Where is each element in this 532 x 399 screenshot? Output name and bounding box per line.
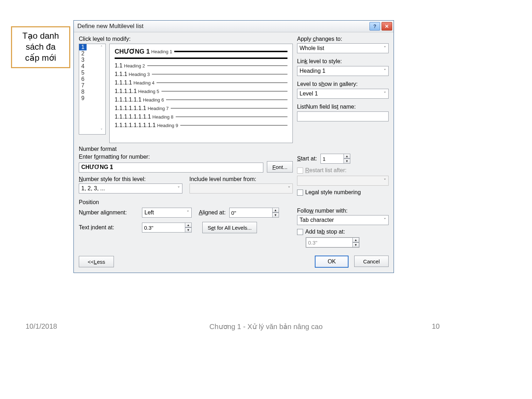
level-show-label: Level to show in gallery: xyxy=(297,81,389,87)
aligned-at-label: Aligned at: xyxy=(199,209,226,216)
click-level-label: Click level to modify: xyxy=(79,36,293,42)
chevron-down-icon: ˅ xyxy=(177,186,180,191)
link-level-combo[interactable]: Heading 1˅ xyxy=(297,66,389,76)
combo-value: 1, 2, 3, ... xyxy=(81,185,105,192)
spinner-up-icon[interactable]: ▲ xyxy=(273,208,279,213)
text-indent-input[interactable]: 0.3" xyxy=(142,223,185,233)
callout-box: Tạo danh sách đa cấp mới xyxy=(11,26,70,68)
number-alignment-combo[interactable]: Left˅ xyxy=(142,208,192,218)
follow-number-combo[interactable]: Tab character˅ xyxy=(297,215,389,225)
legal-style-checkbox[interactable]: Legal style numbering xyxy=(297,189,389,196)
help-button[interactable]: ? xyxy=(369,22,380,31)
preview-num: CHƯƠNG 1 xyxy=(115,48,150,55)
less-button[interactable]: << Less xyxy=(79,256,114,267)
listnum-input[interactable] xyxy=(297,111,389,121)
dialog-titlebar: Define new Multilevel list ? ✕ xyxy=(74,21,394,32)
level-item[interactable]: 9 xyxy=(79,95,105,102)
combo-value: Whole list xyxy=(300,45,324,51)
spinner-up-icon[interactable]: ▲ xyxy=(344,154,350,159)
footer-title: Chương 1 - Xử lý văn bản nâng cao xyxy=(0,322,532,331)
preview-heading: Heading 9 xyxy=(157,123,178,128)
set-for-all-levels-button[interactable]: Set for All Levels... xyxy=(202,222,257,233)
add-tab-stop-label: Add tab stop at: xyxy=(305,229,345,235)
level-item[interactable]: 5 xyxy=(79,70,105,76)
scroll-down-icon[interactable]: ˅ xyxy=(98,128,105,133)
level-item[interactable]: 6 xyxy=(79,76,105,82)
callout-line: sách đa xyxy=(14,41,67,52)
dialog-title: Define new Multilevel list xyxy=(77,23,143,30)
format-prefix: CHƯƠNG xyxy=(81,164,110,170)
checkbox-icon xyxy=(297,229,303,235)
chevron-down-icon: ˅ xyxy=(384,91,386,97)
restart-list-checkbox: Restart list after: xyxy=(297,167,389,174)
combo-value: Tab character xyxy=(300,217,334,223)
format-placeholder: 1 xyxy=(110,164,113,170)
preview-heading: Heading 2 xyxy=(124,63,145,69)
level-item[interactable]: 7 xyxy=(79,82,105,89)
apply-changes-combo[interactable]: Whole list˅ xyxy=(297,43,389,53)
chevron-down-icon: ˅ xyxy=(187,210,189,215)
level-item[interactable]: 1 xyxy=(79,44,87,50)
preview-num: 1.1.1.1.1.1 xyxy=(115,97,142,103)
preview-num: 1.1 xyxy=(115,62,122,69)
preview-heading: Heading 1 xyxy=(151,49,172,54)
level-item[interactable]: 2 xyxy=(79,50,105,57)
spinner-down-icon[interactable]: ▼ xyxy=(185,228,192,233)
close-button[interactable]: ✕ xyxy=(382,22,392,31)
number-format-input[interactable]: CHƯƠNG 1 xyxy=(79,163,263,173)
spinner-up-icon: ▲ xyxy=(353,237,359,242)
preview-num: 1.1.1.1.1 xyxy=(115,88,137,94)
spinner-down-icon[interactable]: ▼ xyxy=(344,159,350,164)
callout-line: Tạo danh xyxy=(14,30,67,41)
preview-num: 1.1.1 xyxy=(115,71,127,77)
spinner-value: 0.3" xyxy=(308,240,317,246)
spinner-down-icon[interactable]: ▼ xyxy=(273,213,279,218)
checkbox-icon xyxy=(297,168,303,174)
preview-heading: Heading 6 xyxy=(143,97,164,103)
follow-number-label: Follow number with: xyxy=(297,208,389,214)
add-tab-stop-input: 0.3" xyxy=(306,237,353,247)
add-tab-stop-checkbox[interactable]: Add tab stop at: xyxy=(297,229,389,235)
level-show-combo[interactable]: Level 1˅ xyxy=(297,89,389,99)
checkbox-icon xyxy=(297,190,303,196)
combo-value: Left xyxy=(144,209,154,216)
level-item[interactable]: 3 xyxy=(79,57,105,63)
preview-num: 1.1.1.1.1.1.1.1 xyxy=(115,114,151,120)
combo-value: Level 1 xyxy=(300,91,318,97)
combo-value: Heading 1 xyxy=(300,68,325,74)
chevron-down-icon: ˅ xyxy=(384,217,386,223)
chevron-down-icon: ˅ xyxy=(288,186,290,191)
preview-num: 1.1.1.1 xyxy=(115,80,132,86)
callout-line: cấp mới xyxy=(14,52,67,63)
level-preview: CHƯƠNG 1 Heading 1 1.1 Heading 2 1.1.1 H… xyxy=(109,44,293,143)
number-format-section-label: Number format xyxy=(79,146,389,152)
text-indent-label: Text indent at: xyxy=(79,224,138,231)
chevron-down-icon: ˅ xyxy=(384,45,386,51)
preview-heading: Heading 7 xyxy=(148,106,169,111)
spinner-value: 0.3" xyxy=(144,225,153,231)
start-at-input[interactable]: 1 xyxy=(320,154,344,164)
aligned-at-input[interactable]: 0" xyxy=(229,208,273,218)
chevron-down-icon: ˅ xyxy=(384,178,386,184)
level-listbox[interactable]: ˄ 1 2 3 4 5 6 7 8 9 ˅ xyxy=(79,44,106,135)
spinner-down-icon: ▼ xyxy=(353,242,359,247)
font-button[interactable]: Font... xyxy=(267,161,293,173)
level-item[interactable]: 8 xyxy=(79,89,105,95)
multilevel-list-dialog: Define new Multilevel list ? ✕ Click lev… xyxy=(73,20,394,273)
legal-style-label: Legal style numbering xyxy=(305,189,361,196)
cancel-button[interactable]: Cancel xyxy=(354,256,389,267)
chevron-down-icon: ˅ xyxy=(384,68,386,74)
spinner-value: 0" xyxy=(231,210,236,216)
ok-button[interactable]: OK xyxy=(315,256,349,268)
preview-num: 1.1.1.1.1.1.1.1.1 xyxy=(115,122,156,129)
level-item[interactable]: 4 xyxy=(79,63,105,70)
apply-changes-label: Apply changes to: xyxy=(297,36,389,42)
scroll-up-icon[interactable]: ˄ xyxy=(98,45,105,50)
number-style-combo[interactable]: 1, 2, 3, ...˅ xyxy=(79,184,182,193)
number-style-label: Number style for this level: xyxy=(79,176,182,182)
preview-heading: Heading 5 xyxy=(138,89,159,94)
include-level-combo: ˅ xyxy=(190,184,293,193)
spinner-up-icon[interactable]: ▲ xyxy=(185,223,192,228)
footer-page-number: 10 xyxy=(432,322,440,330)
preview-heading: Heading 4 xyxy=(133,80,154,86)
